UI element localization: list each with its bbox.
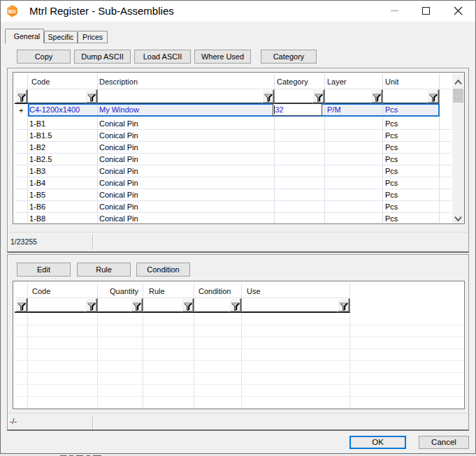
- svg-text:BD: BD: [8, 8, 16, 15]
